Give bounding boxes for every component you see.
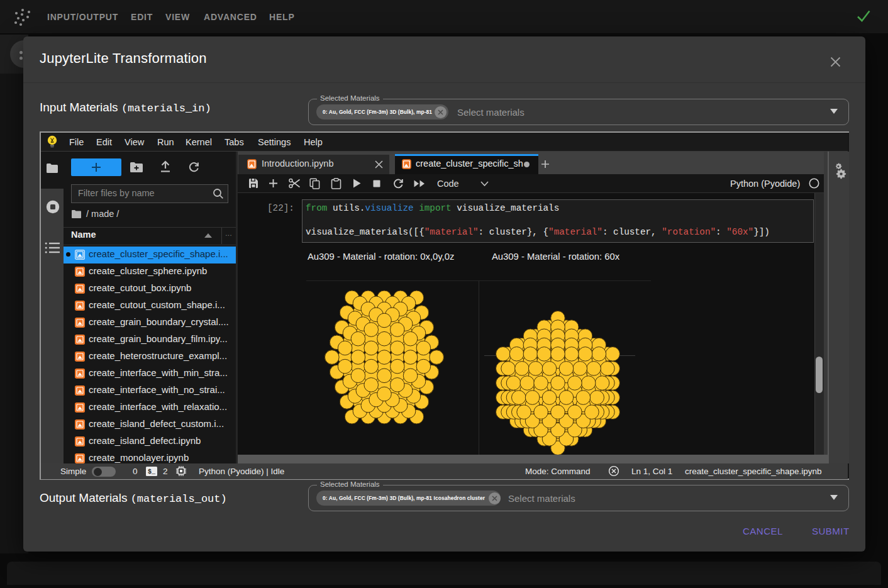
svg-text:$_: $_ xyxy=(148,469,156,475)
